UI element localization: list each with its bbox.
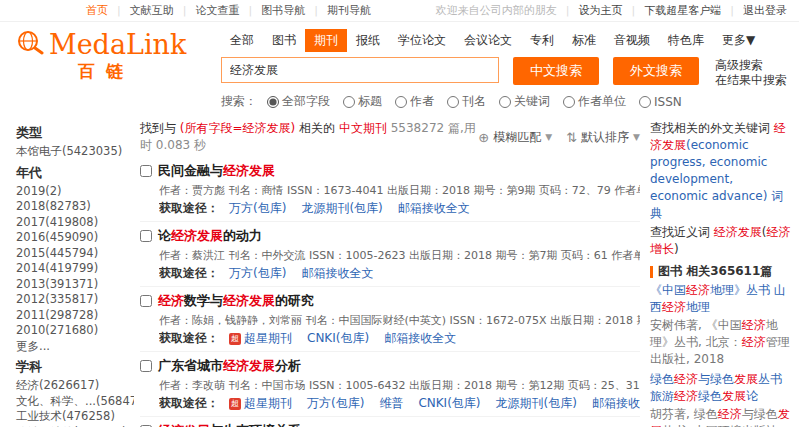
facet-year-item[interactable]: 2018(82783)	[16, 199, 134, 215]
facet-type-item[interactable]: 本馆电子(5423035)	[16, 144, 134, 160]
scope-option-label: 作者	[410, 93, 434, 110]
scope-radio[interactable]	[563, 96, 575, 108]
topnav-link[interactable]: 图书导航	[239, 3, 305, 18]
access-link-label: 万方(包库)	[229, 200, 286, 217]
result-checkbox[interactable]	[140, 360, 152, 372]
account-links: 设为主页下载超星客户端退出登录	[557, 3, 787, 18]
access-link[interactable]: 龙源期刊(包库)	[496, 395, 577, 412]
access-link[interactable]: 邮箱接收全文	[301, 265, 373, 282]
result-meta: 作者：贾方彪 刊名：商情 ISSN：1673-4041 出版日期：2018 期号…	[159, 183, 640, 198]
access-link[interactable]: 超超星期刊	[229, 395, 292, 412]
access-link[interactable]: CNKI(包库)	[307, 330, 369, 347]
scope-option[interactable]: 刊名	[447, 93, 486, 110]
chevron-down-icon: ▼	[545, 132, 552, 142]
access-link[interactable]: 万方(包库)	[229, 265, 286, 282]
facet-year-item[interactable]: 2015(445794)	[16, 246, 134, 262]
facet-year-item[interactable]: 2017(419808)	[16, 215, 134, 231]
facet-subject-item[interactable]: 工业技术(476258)	[16, 409, 134, 425]
access-link[interactable]: 龙源期刊(包库)	[301, 200, 382, 217]
foreign-search-button[interactable]: 外文搜索	[613, 57, 699, 85]
tab[interactable]: 期刊	[305, 29, 347, 52]
link-segment[interactable]: )	[763, 189, 772, 203]
facet-subject-item[interactable]: 文化、科学、...(568475)	[16, 394, 134, 410]
account-link[interactable]: 退出登录	[721, 3, 787, 18]
facet-year-item[interactable]: 2010(271680)	[16, 323, 134, 339]
link-segment[interactable]: ,	[729, 172, 733, 186]
facet-year-item[interactable]: 更多...	[16, 339, 134, 355]
scope-option[interactable]: ISSN	[639, 95, 682, 109]
text-segment: 作者：蔡洪江 刊名：中外交流 ISSN：1005-2623 出版日期：2018 …	[159, 249, 640, 262]
result-title[interactable]: 民间金融与经济发展	[140, 162, 640, 180]
scope-radio[interactable]	[343, 96, 355, 108]
access-link[interactable]: 邮箱接收全文	[384, 330, 456, 347]
scope-radio[interactable]	[267, 96, 279, 108]
topnav-link[interactable]: 首页	[86, 3, 108, 18]
tab[interactable]: 图书	[263, 29, 305, 52]
scope-radio[interactable]	[499, 96, 511, 108]
scope-radio[interactable]	[395, 96, 407, 108]
advanced-search-link[interactable]: 高级搜索	[715, 58, 787, 73]
tab[interactable]: 标准	[563, 29, 605, 52]
account-link[interactable]: 设为主页	[557, 3, 623, 18]
text-segment: 发展	[722, 389, 746, 403]
scope-option[interactable]: 全部字段	[267, 93, 330, 110]
facet-year-item[interactable]: 2014(419799)	[16, 261, 134, 277]
result-title[interactable]: 经济数学与经济发展的研究	[140, 292, 640, 310]
chinese-search-button[interactable]: 中文搜索	[513, 57, 599, 85]
tab[interactable]: 专利	[521, 29, 563, 52]
access-link-label: 超星期刊	[244, 395, 292, 412]
tab[interactable]: 报纸	[347, 29, 389, 52]
result-checkbox[interactable]	[140, 295, 152, 307]
access-link[interactable]: 邮箱接收全文	[592, 395, 640, 412]
link-segment[interactable]: economic advance	[650, 189, 763, 203]
facet-year-item[interactable]: 2019(2)	[16, 184, 134, 200]
topnav-link[interactable]: 文献互助	[108, 3, 174, 18]
scope-radio[interactable]	[639, 96, 651, 108]
tab[interactable]: 音视频	[605, 29, 659, 52]
facet-year-item[interactable]: 2012(335817)	[16, 292, 134, 308]
facet-year-item[interactable]: 2016(459090)	[16, 230, 134, 246]
result-checkbox[interactable]	[140, 230, 152, 242]
result-checkbox[interactable]	[140, 165, 152, 177]
related-book-title[interactable]: 绿色经济与绿色发展丛书 旅游经济绿色发展论	[650, 371, 793, 405]
sort-mode-dropdown[interactable]: ⇅ 默认排序 ▼	[566, 129, 640, 146]
search-input[interactable]	[221, 57, 499, 83]
search-in-results-link[interactable]: 在结果中搜索	[715, 73, 787, 88]
scope-options: 全部字段标题作者刊名关键词作者单位ISSN	[267, 93, 695, 110]
account-link[interactable]: 下载超星客户端	[623, 3, 722, 18]
tab[interactable]: 更多▼	[713, 29, 764, 52]
facet-type-list: 本馆电子(5423035)	[16, 144, 134, 160]
scope-option[interactable]: 标题	[343, 93, 382, 110]
scope-option[interactable]: 关键词	[499, 93, 550, 110]
facet-year-item[interactable]: 2011(298728)	[16, 308, 134, 324]
access-link-label: 维普	[379, 395, 403, 412]
facet-subject-item[interactable]: 经济(2626617)	[16, 378, 134, 394]
access-link[interactable]: 维普	[379, 395, 403, 412]
tab[interactable]: 特色库	[659, 29, 713, 52]
content: 类型 本馆电子(5423035) 年代 2019(2)2018(82783)20…	[0, 114, 799, 427]
site-logo: MedaLink 百链	[16, 29, 221, 110]
related-book-title[interactable]: 《中国经济地理》丛书 山西经济地理	[650, 282, 793, 316]
facet-year-item[interactable]: 2013(391371)	[16, 277, 134, 293]
access-link[interactable]: 超超星期刊	[229, 330, 292, 347]
match-mode-dropdown[interactable]: ⊕ 模糊匹配 ▼	[478, 129, 552, 146]
text-segment: 《中国	[650, 283, 686, 297]
top-utility-bar: 首页文献互助论文查重图书导航期刊导航 欢迎来自公司内部的朋友 设为主页下载超星客…	[0, 0, 799, 22]
text-segment: 经济发展	[171, 228, 223, 243]
access-link[interactable]: 邮箱接收全文	[398, 200, 470, 217]
topnav-link[interactable]: 论文查重	[174, 3, 240, 18]
tab[interactable]: 会议论文	[455, 29, 521, 52]
scope-option[interactable]: 作者	[395, 93, 434, 110]
scope-option[interactable]: 作者单位	[563, 93, 626, 110]
result-title[interactable]: 经济发展与生态环境关系	[140, 422, 640, 427]
tab[interactable]: 全部	[221, 29, 263, 52]
topnav-link[interactable]: 期刊导航	[305, 3, 371, 18]
access-link[interactable]: 万方(包库)	[229, 200, 286, 217]
access-link[interactable]: 万方(包库)	[307, 395, 364, 412]
result-title[interactable]: 论经济发展的动力	[140, 227, 640, 245]
scope-option-label: ISSN	[654, 95, 682, 109]
access-link[interactable]: CNKI(包库)	[418, 395, 480, 412]
scope-radio[interactable]	[447, 96, 459, 108]
tab[interactable]: 学位论文	[389, 29, 455, 52]
result-title[interactable]: 广东省城市经济发展分析	[140, 357, 640, 375]
